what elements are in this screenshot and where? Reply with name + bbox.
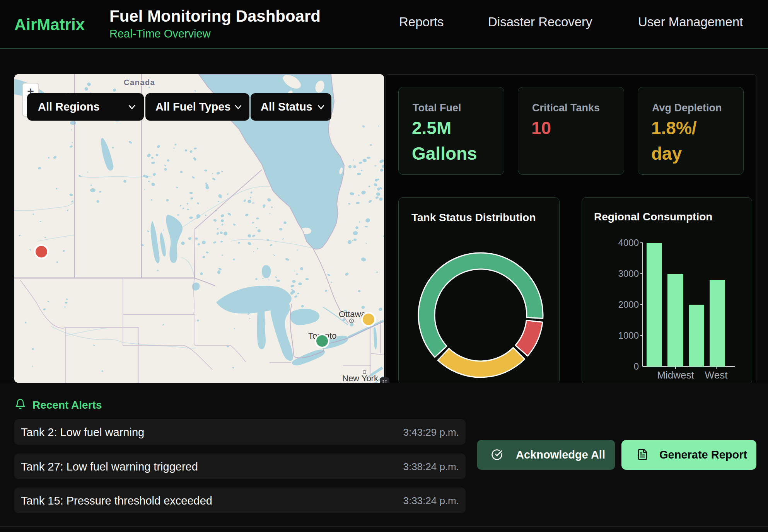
svg-text:0: 0 (634, 361, 639, 372)
svg-text:West: West (705, 369, 728, 381)
svg-text:Midwest: Midwest (657, 369, 694, 381)
svg-text:2000: 2000 (618, 299, 639, 310)
svg-text:1000: 1000 (618, 330, 639, 341)
svg-text:New York: New York (342, 373, 379, 383)
svg-text:3000: 3000 (618, 268, 639, 279)
svg-text:Canada: Canada (124, 78, 155, 87)
svg-text:4000: 4000 (618, 237, 639, 248)
